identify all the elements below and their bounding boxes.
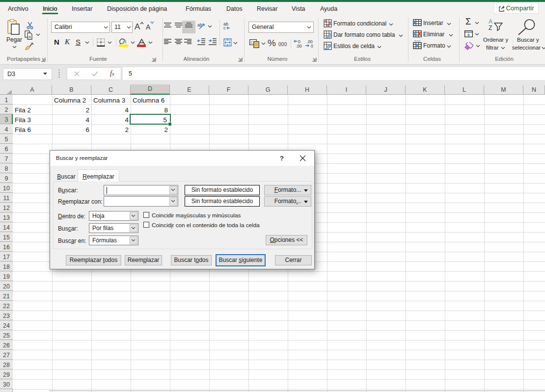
svg-text:c: c: [223, 26, 226, 30]
svg-text:0: 0: [311, 44, 313, 48]
svg-text:.00: .00: [296, 44, 302, 48]
